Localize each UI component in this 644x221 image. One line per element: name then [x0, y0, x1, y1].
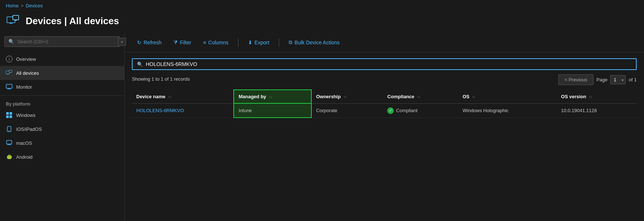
android-icon [6, 154, 12, 160]
toolbar-divider-1 [238, 38, 238, 47]
svg-rect-23 [7, 155, 11, 159]
svg-rect-22 [7, 145, 11, 145]
content-body: 🔍 Showing 1 to 1 of 1 records < Previous… [125, 52, 644, 221]
svg-rect-18 [7, 126, 11, 132]
sidebar-label-all-devices: All devices [16, 70, 39, 76]
svg-rect-27 [11, 156, 12, 158]
svg-rect-25 [10, 154, 10, 155]
svg-rect-13 [7, 89, 11, 89]
col-os-version[interactable]: OS version ↑↓ [557, 90, 637, 103]
toolbar-divider-2 [279, 38, 279, 47]
svg-rect-24 [8, 154, 9, 155]
page-label: Page [596, 77, 607, 82]
svg-rect-11 [6, 84, 12, 88]
section-divider [0, 95, 124, 96]
sidebar-label-android: Android [16, 154, 33, 160]
table-body: HOLOLENS-6RMKVO Intune Corporate ✓ Compl… [132, 103, 637, 118]
table-header: Device name ↑↓ Managed by ↑↓ Ownership ↑… [132, 90, 637, 103]
sidebar-item-macos[interactable]: macOS [0, 136, 124, 150]
breadcrumb-bar: Home > Devices [0, 0, 644, 11]
svg-rect-15 [10, 112, 12, 115]
sidebar-item-overview[interactable]: i Overview [0, 52, 124, 66]
macos-icon [6, 140, 12, 146]
sidebar: 🔍 « i Overview [0, 33, 125, 221]
refresh-button[interactable]: ↻ Refresh [132, 37, 167, 48]
showing-text: Showing 1 to 1 of 1 records [132, 76, 190, 82]
cell-compliance: ✓ Compliant [383, 103, 458, 118]
bulk-actions-button[interactable]: ⧉ Bulk Device Actions [284, 36, 345, 48]
svg-rect-19 [8, 131, 10, 131]
content-area: ↻ Refresh ⧩ Filter ≡ Columns ⬇ Export ⧉ … [125, 33, 644, 221]
sidebar-label-ios: iOS/iPadOS [16, 126, 42, 132]
cell-os-version: 10.0.19041.1128 [557, 103, 637, 118]
sort-icon: ↑↓ [417, 95, 421, 99]
of-label: of 1 [629, 77, 637, 82]
svg-rect-20 [7, 140, 12, 144]
col-device-name[interactable]: Device name ↑↓ [132, 90, 234, 103]
device-name-link[interactable]: HOLOLENS-6RMKVO [136, 108, 184, 113]
svg-rect-21 [8, 144, 11, 145]
col-os[interactable]: OS ↑↓ [458, 90, 557, 103]
sidebar-item-all-devices[interactable]: All devices [0, 66, 124, 80]
svg-rect-10 [9, 70, 12, 72]
svg-rect-16 [6, 115, 9, 118]
svg-rect-26 [7, 156, 7, 158]
sidebar-label-overview: Overview [16, 56, 36, 62]
svg-rect-5 [15, 20, 17, 21]
page-header: Devices | All devices [0, 11, 644, 33]
sidebar-item-ios[interactable]: iOS/iPadOS [0, 122, 124, 136]
sort-icon: ↑↓ [589, 95, 592, 99]
svg-rect-4 [13, 16, 18, 19]
toolbar: ↻ Refresh ⧩ Filter ≡ Columns ⬇ Export ⧉ … [125, 33, 644, 52]
sidebar-label-windows: Windows [16, 113, 36, 118]
info-circle-icon: i [6, 56, 12, 62]
cell-managed-by: Intune [234, 103, 311, 118]
svg-rect-17 [10, 115, 12, 118]
sort-icon: ↑↓ [269, 95, 272, 99]
previous-button[interactable]: < Previous [558, 74, 593, 85]
collapse-button[interactable]: « [118, 38, 126, 46]
sidebar-item-monitor[interactable]: Monitor [0, 80, 124, 94]
breadcrumb-separator: > [21, 3, 24, 8]
sort-icon: ↑↓ [472, 95, 475, 99]
export-icon: ⬇ [248, 40, 252, 45]
col-managed-by[interactable]: Managed by ↑↓ [234, 90, 311, 103]
devices-icon [6, 70, 12, 76]
windows-icon [6, 112, 12, 118]
sidebar-item-android[interactable]: Android [0, 150, 124, 164]
table-row: HOLOLENS-6RMKVO Intune Corporate ✓ Compl… [132, 103, 637, 118]
page-icon [6, 14, 21, 28]
page-title: Devices | All devices [26, 15, 119, 27]
svg-rect-14 [6, 112, 9, 115]
breadcrumb-devices[interactable]: Devices [26, 3, 42, 8]
page-select-wrapper: 1 ▾ [610, 75, 626, 84]
export-button[interactable]: ⬇ Export [243, 37, 274, 48]
cell-os: Windows Holographic [458, 103, 557, 118]
device-search-input[interactable] [146, 61, 632, 67]
page-select[interactable]: 1 [610, 75, 626, 84]
search-icon: 🔍 [8, 39, 14, 44]
devices-table: Device name ↑↓ Managed by ↑↓ Ownership ↑… [132, 89, 637, 118]
sidebar-label-macos: macOS [16, 140, 32, 146]
search-container: 🔍 « [4, 36, 120, 47]
ios-icon [6, 126, 12, 132]
compliance-badge: ✓ Compliant [387, 107, 454, 114]
sort-icon: ↑↓ [344, 95, 347, 99]
columns-button[interactable]: ≡ Columns [198, 37, 233, 48]
col-compliance[interactable]: Compliance ↑↓ [383, 90, 458, 103]
search-filter-icon: 🔍 [137, 62, 143, 67]
cell-ownership: Corporate [311, 103, 383, 118]
main-layout: 🔍 « i Overview [0, 33, 644, 221]
pagination-bar: < Previous Page 1 ▾ of 1 [558, 74, 637, 85]
sidebar-search-input[interactable] [17, 39, 116, 44]
breadcrumb-home[interactable]: Home [6, 3, 19, 8]
col-ownership[interactable]: Ownership ↑↓ [311, 90, 383, 103]
sidebar-label-monitor: Monitor [16, 84, 32, 90]
sidebar-item-windows[interactable]: Windows [0, 108, 124, 122]
cell-device-name: HOLOLENS-6RMKVO [132, 103, 234, 118]
columns-icon: ≡ [203, 40, 206, 45]
filter-button[interactable]: ⧩ Filter [168, 36, 196, 48]
svg-rect-2 [10, 23, 12, 24]
sidebar-nav: i Overview All devices [0, 51, 124, 221]
records-row: Showing 1 to 1 of 1 records < Previous P… [132, 74, 637, 89]
